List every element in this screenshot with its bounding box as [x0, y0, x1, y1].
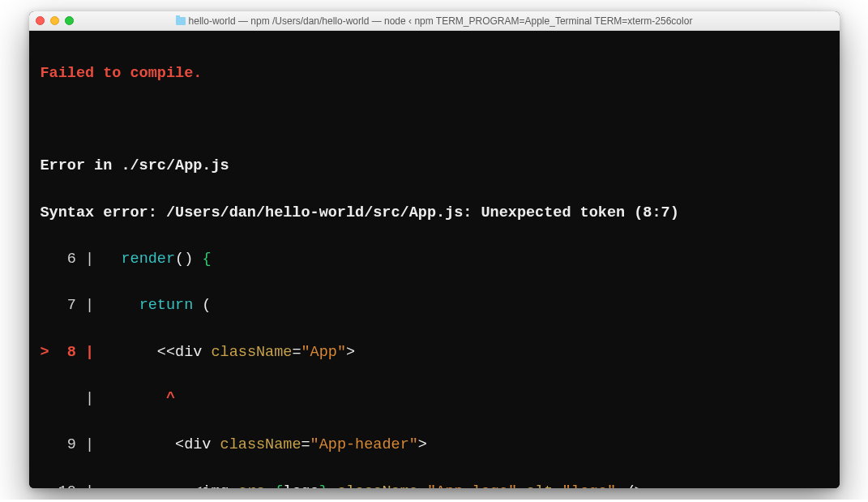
window-title-text: hello-world — npm /Users/dan/hello-world… [189, 15, 693, 27]
zoom-icon[interactable] [65, 16, 74, 25]
code-line-10: 10 | <img src={logo} className="App-logo… [41, 481, 828, 488]
terminal-window: hello-world — npm /Users/dan/hello-world… [29, 11, 840, 488]
compile-failed-header: Failed to compile. [41, 65, 203, 82]
minimize-icon[interactable] [50, 16, 59, 25]
close-icon[interactable] [36, 16, 45, 25]
syntax-error-line: Syntax error: /Users/dan/hello-world/src… [41, 204, 679, 221]
code-line-9: 9 | <div className="App-header"> [41, 434, 828, 457]
terminal-body[interactable]: Failed to compile. Error in ./src/App.js… [29, 31, 840, 488]
traffic-lights [36, 16, 74, 25]
code-line-7: 7 | return ( [41, 294, 828, 318]
code-line-8: > 8 | <<div className="App"> [41, 341, 828, 365]
error-file: Error in ./src/App.js [41, 157, 229, 174]
folder-icon [176, 17, 186, 25]
code-line-6: 6 | render() { [41, 248, 828, 272]
window-title: hello-world — npm /Users/dan/hello-world… [29, 15, 840, 27]
code-caret-line: | ^ [41, 388, 828, 411]
titlebar[interactable]: hello-world — npm /Users/dan/hello-world… [29, 11, 840, 31]
